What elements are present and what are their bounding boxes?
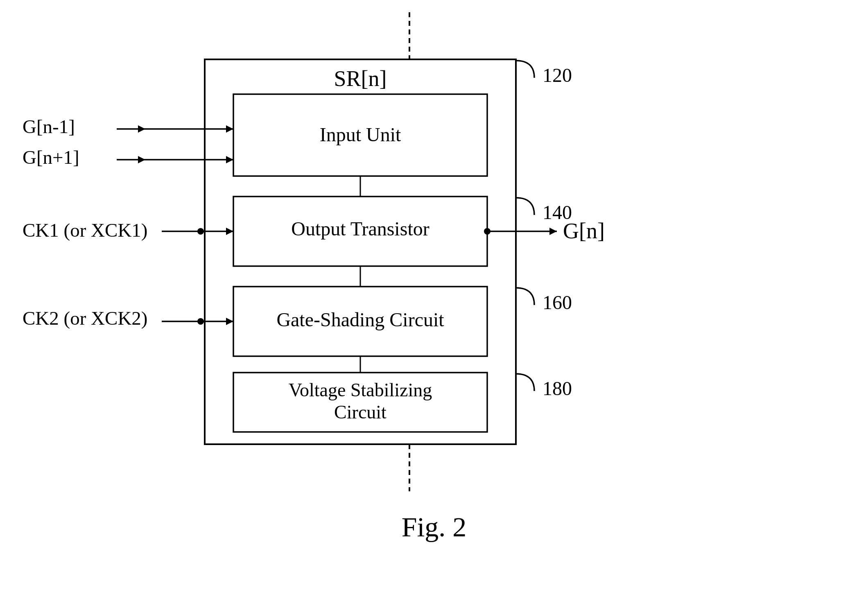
fig2-caption: Fig. 2 — [402, 511, 467, 542]
gate-shading-text: Gate-Shading Circuit — [276, 309, 444, 330]
ref-num-120: 120 — [542, 64, 572, 86]
ck1-or-xck1-label: CK1 (or XCK1) — [23, 219, 147, 241]
g-n-minus1-label: G[n-1] — [23, 116, 75, 137]
volt-stab-text2: Circuit — [334, 402, 387, 423]
output-transistor-text: Output Transistor — [291, 218, 429, 240]
volt-stab-text1: Voltage Stabilizing — [289, 380, 432, 400]
g-n-plus1-label: G[n+1] — [23, 147, 79, 168]
input-unit-text: Input Unit — [320, 124, 401, 145]
ck2-or-xck2-label: CK2 (or XCK2) — [23, 307, 147, 329]
ref-num-140: 140 — [542, 201, 572, 223]
svg-point-68 — [484, 228, 491, 235]
sr-n-label: SR[n] — [334, 66, 387, 91]
clean-diagram: SR[n] Input Unit Output Transistor Gate-… — [0, 0, 868, 608]
ref-num-160: 160 — [542, 292, 572, 313]
ref-num-180: 180 — [542, 377, 572, 399]
